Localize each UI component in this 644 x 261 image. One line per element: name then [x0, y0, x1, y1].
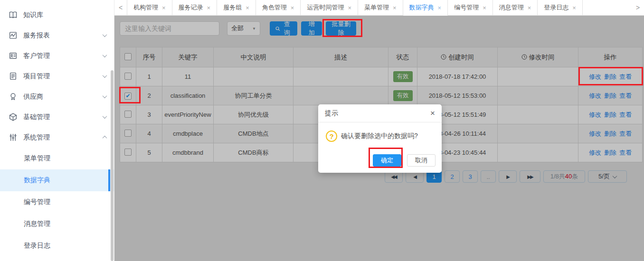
tab-label: 服务记录	[179, 3, 203, 12]
sidebar-subitem-0[interactable]: 菜单管理	[0, 148, 114, 169]
sidebar-subitem-label: 登录日志	[24, 242, 50, 250]
sidebar-item-label: 客户管理	[23, 52, 103, 60]
tab-7[interactable]: 编号管理×	[448, 0, 493, 16]
question-icon: ?	[326, 130, 337, 142]
report-chart-icon	[9, 31, 18, 40]
sidebar-item-2[interactable]: 客户管理	[0, 46, 114, 66]
confirm-dialog: 提示 × ? 确认要删除选中的数据吗? 确定 取消	[318, 104, 442, 173]
sidebar-scrollbar[interactable]	[111, 70, 114, 261]
book-icon	[9, 10, 18, 19]
tab-0[interactable]: 机构管理×	[127, 0, 172, 16]
sidebar-subitem-label: 编号管理	[24, 198, 50, 206]
tab-9[interactable]: 登录日志×	[538, 0, 583, 16]
tab-close-icon[interactable]: ×	[483, 4, 486, 11]
tab-label: 菜单管理	[364, 3, 389, 12]
tab-4[interactable]: 运营时间管理×	[301, 0, 358, 16]
tab-close-icon[interactable]: ×	[572, 4, 576, 11]
sidebar-item-label: 基础管理	[23, 113, 103, 121]
base-cube-icon	[9, 112, 18, 121]
sidebar-subitem-label: 菜单管理	[24, 154, 50, 163]
project-doc-icon	[9, 72, 18, 81]
tab-label: 角色管理	[262, 3, 287, 12]
sidebar-item-label: 服务报表	[23, 31, 103, 40]
confirm-ok-button[interactable]: 确定	[373, 154, 401, 167]
chevron-down-icon	[103, 93, 107, 98]
chevron-down-icon	[103, 73, 107, 78]
tab-label: 运营时间管理	[307, 3, 344, 12]
tab-scroll-left-icon[interactable]: <	[114, 0, 127, 15]
sidebar-subitem-2[interactable]: 编号管理	[0, 191, 114, 213]
tab-label: 数据字典	[409, 3, 434, 12]
tab-close-icon[interactable]: ×	[438, 4, 442, 11]
dialog-message: 确认要删除选中的数据吗?	[341, 132, 418, 140]
sidebar-item-3[interactable]: 项目管理	[0, 66, 114, 86]
dialog-footer: 确定 取消	[318, 154, 436, 167]
tab-1[interactable]: 服务记录×	[172, 0, 218, 16]
tab-label: 服务组	[223, 3, 242, 12]
dialog-header: 提示 ×	[318, 104, 442, 122]
tab-label: 消息管理	[499, 3, 524, 12]
tab-close-icon[interactable]: ×	[162, 4, 166, 11]
tab-scroll-right-icon[interactable]: >	[632, 0, 644, 15]
tab-bar: < 机构管理×服务记录×服务组×角色管理×运营时间管理×菜单管理×数据字典×编号…	[114, 0, 644, 16]
tab-6[interactable]: 数据字典×	[403, 0, 448, 16]
sidebar-item-label: 项目管理	[23, 72, 103, 81]
close-icon[interactable]: ×	[430, 109, 435, 117]
sidebar-item-6[interactable]: 系统管理	[0, 127, 114, 148]
dialog-title: 提示	[325, 109, 338, 118]
sidebar-item-0[interactable]: 知识库	[0, 5, 114, 25]
sidebar-subitem-3[interactable]: 消息管理	[0, 213, 114, 235]
chevron-down-icon	[103, 32, 107, 37]
sidebar-item-label: 系统管理	[23, 133, 103, 142]
sidebar-subitem-1[interactable]: 数据字典	[0, 169, 114, 191]
tab-close-icon[interactable]: ×	[348, 4, 351, 11]
sidebar-item-5[interactable]: 基础管理	[0, 107, 114, 127]
sidebar-menu: 知识库服务报表客户管理项目管理供应商基础管理系统管理菜单管理数据字典编号管理消息…	[0, 0, 114, 257]
sidebar-item-label: 供应商	[23, 93, 103, 101]
system-sliders-icon	[9, 133, 18, 142]
tab-close-icon[interactable]: ×	[528, 4, 531, 11]
sidebar-subitem-label: 数据字典	[24, 176, 50, 185]
sidebar-subitem-label: 消息管理	[24, 220, 50, 228]
tab-3[interactable]: 角色管理×	[256, 0, 301, 16]
chevron-down-icon	[103, 53, 107, 57]
tabs: 机构管理×服务记录×服务组×角色管理×运营时间管理×菜单管理×数据字典×编号管理…	[127, 0, 583, 15]
chevron-down-icon	[103, 114, 107, 119]
chevron-up-icon	[103, 136, 107, 140]
customer-card-icon	[9, 51, 18, 60]
tab-close-icon[interactable]: ×	[207, 4, 211, 11]
tab-5[interactable]: 菜单管理×	[358, 0, 403, 16]
sidebar-subitem-4[interactable]: 登录日志	[0, 235, 114, 257]
sidebar: 知识库服务报表客户管理项目管理供应商基础管理系统管理菜单管理数据字典编号管理消息…	[0, 0, 114, 261]
sidebar-item-4[interactable]: 供应商	[0, 86, 114, 107]
supplier-badge-icon	[9, 92, 18, 101]
dialog-body: ? 确认要删除选中的数据吗?	[318, 122, 442, 142]
tab-close-icon[interactable]: ×	[393, 4, 397, 11]
tab-8[interactable]: 消息管理×	[493, 0, 538, 16]
tab-2[interactable]: 服务组×	[217, 0, 256, 16]
tab-label: 编号管理	[454, 3, 479, 12]
sidebar-item-label: 知识库	[23, 11, 106, 19]
tab-close-icon[interactable]: ×	[291, 4, 294, 11]
confirm-cancel-button[interactable]: 取消	[407, 154, 436, 167]
tab-label: 登录日志	[544, 3, 568, 12]
tab-label: 机构管理	[133, 3, 158, 12]
sidebar-item-1[interactable]: 服务报表	[0, 25, 114, 46]
tab-close-icon[interactable]: ×	[246, 4, 249, 11]
